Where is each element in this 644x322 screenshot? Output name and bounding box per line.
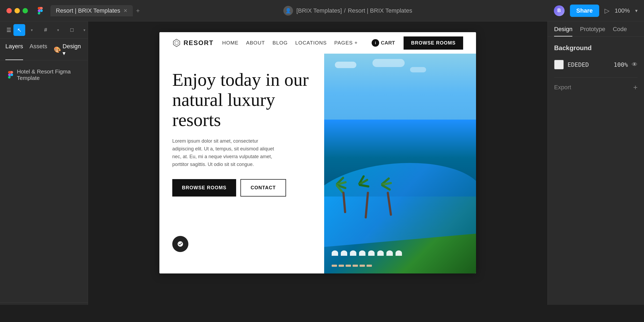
layer-label: Hotel & Resort Figma Template: [17, 68, 80, 81]
active-tab[interactable]: Resort | BRIX Templates ✕: [50, 5, 133, 16]
background-color-swatch[interactable]: [554, 60, 564, 69]
tab-title: Resort | BRIX Templates: [56, 7, 120, 14]
close-button[interactable]: [6, 8, 12, 13]
new-tab-button[interactable]: +: [134, 6, 142, 16]
palm-tree-3: [381, 184, 397, 219]
fullscreen-button[interactable]: [23, 8, 28, 13]
website-nav: RESORT HOME ABOUT BLOG LOCATIONS PAGES +…: [159, 32, 476, 54]
umbrella-8: [396, 250, 402, 256]
menu-button[interactable]: ☰: [6, 24, 11, 36]
collaborator-avatar: B: [554, 5, 565, 16]
design-panel-tab[interactable]: Design: [554, 26, 572, 36]
umbrella-5: [368, 250, 375, 256]
breadcrumb: [BRIX Templates] / Resort | BRIX Templat…: [296, 7, 412, 14]
select-dropdown[interactable]: ▾: [26, 24, 38, 36]
lounge-chair-1: [332, 265, 337, 267]
cloud-3: [410, 67, 426, 72]
tab-close-icon[interactable]: ✕: [123, 8, 127, 14]
figma-file-icon: [8, 71, 14, 79]
umbrella-7: [386, 250, 393, 256]
umbrella-4: [359, 250, 365, 256]
shape-tool[interactable]: □: [66, 24, 78, 36]
cart-icon: i: [372, 39, 379, 47]
zoom-dropdown-icon[interactable]: ▾: [635, 8, 638, 14]
svg-marker-1: [175, 41, 178, 45]
lounge-area: [332, 265, 469, 267]
right-panel: Design Prototype Code Background EDEDED …: [547, 21, 644, 305]
lounge-chair-3: [346, 265, 351, 267]
lounge-chair-5: [360, 265, 365, 267]
contact-button[interactable]: CONTACT: [240, 179, 286, 197]
panel-divider: [0, 302, 88, 303]
hero-section: Enjoy today in our natural luxury resort…: [159, 54, 476, 273]
frame-tool[interactable]: #: [40, 24, 52, 36]
nav-blog[interactable]: BLOG: [272, 40, 288, 46]
nav-logo: RESORT: [172, 39, 214, 47]
background-color-row: EDEDED 100% 👁: [554, 57, 638, 72]
tab-area: Resort | BRIX Templates ✕ +: [50, 5, 142, 16]
layers-content: Hotel & Resort Figma Template: [0, 60, 88, 300]
shape-tool-group: □ ▾: [66, 24, 90, 36]
frame-dropdown[interactable]: ▾: [52, 24, 64, 36]
lounge-chair-4: [353, 265, 358, 267]
palm-trees: [336, 184, 397, 219]
lounge-chair-2: [339, 265, 344, 267]
lounge-chair-6: [367, 265, 372, 267]
floating-icon: [172, 236, 188, 252]
frame-tool-group: # ▾: [40, 24, 64, 36]
play-button[interactable]: ▷: [605, 7, 609, 14]
user-avatar: 👤: [283, 6, 293, 16]
palm-trunk: [342, 192, 346, 213]
hero-title: Enjoy today in our natural luxury resort…: [172, 70, 311, 130]
prototype-panel-tab[interactable]: Prototype: [580, 26, 605, 36]
cloud-1: [335, 62, 356, 68]
layers-tab[interactable]: Layers: [5, 43, 23, 60]
breadcrumb-area: 👤 [BRIX Templates] / Resort | BRIX Templ…: [146, 6, 549, 16]
right-panel-content: Background EDEDED 100% 👁 Export +: [548, 37, 644, 99]
resort-visual: [324, 54, 476, 273]
design-frame: RESORT HOME ABOUT BLOG LOCATIONS PAGES +…: [159, 32, 476, 273]
nav-home[interactable]: HOME: [222, 40, 239, 46]
code-panel-tab[interactable]: Code: [613, 26, 627, 36]
nav-about[interactable]: ABOUT: [246, 40, 265, 46]
team-name: [BRIX Templates]: [296, 7, 342, 14]
nav-locations[interactable]: LOCATIONS: [295, 40, 327, 46]
toolbar: ☰ ↖ ▾ # ▾ □ ▾ ✒ T 💬: [0, 21, 88, 39]
palm-leaf: [358, 184, 369, 188]
nav-cart[interactable]: i CART: [372, 39, 395, 47]
assets-tab[interactable]: Assets: [30, 43, 47, 60]
umbrella-3: [350, 250, 356, 256]
cart-label: CART: [381, 40, 395, 46]
select-tool-group: ↖ ▾: [13, 24, 38, 36]
export-row: Export +: [554, 83, 638, 92]
background-opacity[interactable]: 100%: [614, 61, 628, 68]
browse-rooms-button[interactable]: BROWSE ROOMS: [172, 179, 236, 197]
minimize-button[interactable]: [14, 8, 20, 13]
panel-tabs: Layers Assets 🎨 Design ▾: [0, 39, 88, 60]
canvas-area[interactable]: RESORT HOME ABOUT BLOG LOCATIONS PAGES +…: [88, 21, 547, 305]
palm-trunk-2: [365, 192, 369, 219]
export-add-button[interactable]: +: [633, 83, 638, 92]
logo-icon: [172, 39, 181, 47]
svg-marker-0: [173, 39, 180, 47]
visibility-toggle-icon[interactable]: 👁: [632, 61, 638, 68]
background-section-title: Background: [554, 44, 638, 52]
nav-pages[interactable]: PAGES +: [334, 40, 358, 46]
design-tab[interactable]: 🎨 Design ▾: [54, 43, 82, 60]
hero-image: [324, 54, 476, 273]
umbrella-1: [332, 250, 338, 256]
background-color-hex[interactable]: EDEDED: [568, 61, 610, 68]
export-label: Export: [554, 84, 571, 91]
title-right: B Share ▷ 100% ▾: [554, 5, 638, 17]
floating-icon-svg: [177, 241, 184, 247]
select-tool[interactable]: ↖: [13, 24, 25, 36]
section-divider: [554, 77, 638, 78]
umbrella-2: [341, 250, 347, 256]
layer-item[interactable]: Hotel & Resort Figma Template: [5, 66, 82, 84]
share-button[interactable]: Share: [570, 5, 599, 17]
hero-description: Lorem ipsum dolor sit amet, consectetur …: [172, 137, 274, 168]
nav-browse-rooms-button[interactable]: BROWSE ROOMS: [404, 36, 463, 50]
zoom-level: 100%: [615, 7, 630, 14]
right-panel-tabs: Design Prototype Code: [548, 21, 644, 37]
palm-trunk-3: [387, 192, 392, 216]
